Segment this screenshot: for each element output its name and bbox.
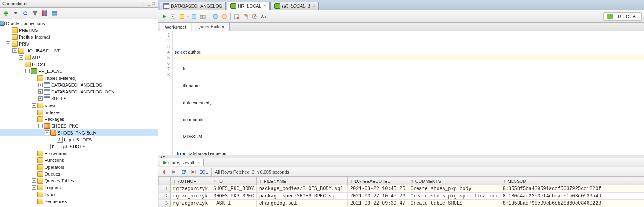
sort-icon[interactable]: ⇕ <box>503 180 506 184</box>
expander-icon[interactable]: + <box>6 28 10 32</box>
table-row[interactable]: 3rgrzegorczykTASK_1changelog.sql2021-03-… <box>159 200 644 207</box>
expander-icon[interactable]: − <box>12 48 17 53</box>
sort-icon[interactable]: ⇕ <box>213 180 217 184</box>
expander-icon[interactable]: − <box>38 124 43 128</box>
col-id[interactable]: ⇕ID <box>211 177 257 185</box>
tree-category-operators[interactable]: +Operators <box>0 164 158 170</box>
tree-category-indexes[interactable]: +Indexes <box>0 109 158 116</box>
cell-author[interactable]: rgrzegorczyk <box>171 185 211 193</box>
tree-folder-pretius-internal[interactable]: +Pretius_internal <box>0 33 158 40</box>
tree-category-queues[interactable]: +Queues <box>0 170 158 177</box>
tree-function[interactable]: f_get_SHOES <box>0 136 158 143</box>
cell-filename[interactable]: package_bodies/SHOES_BODY.sql <box>256 185 347 193</box>
panel-controls[interactable]: × _ □ <box>143 2 155 6</box>
sql-link[interactable]: SQL <box>199 170 208 174</box>
expander-icon[interactable]: − <box>45 130 49 135</box>
col-rownum[interactable] <box>159 177 171 185</box>
sort-icon[interactable]: ⇕ <box>411 180 414 184</box>
dropdown-icon[interactable] <box>12 10 19 17</box>
expander-icon[interactable]: + <box>32 151 36 155</box>
expander-icon[interactable]: + <box>32 172 36 176</box>
tab-databasechangelog[interactable]: DATABASECHANGELOG <box>160 2 226 10</box>
tab-worksheet[interactable]: Worksheet <box>160 23 191 31</box>
connections-tree[interactable]: Oracle Connections +PRETIUS +Pretius_int… <box>0 19 158 207</box>
tree-category-procedures[interactable]: +Procedures <box>0 150 158 157</box>
expander-icon[interactable]: + <box>32 165 36 169</box>
autotrace-icon[interactable] <box>190 13 198 20</box>
tree-category-packages[interactable]: −Packages <box>0 116 158 122</box>
col-filename[interactable]: ⇕FILENAME <box>256 177 347 185</box>
tree-category-functions[interactable]: Functions <box>0 157 158 164</box>
expander-icon[interactable]: + <box>38 89 43 94</box>
cell-id[interactable]: SHOES_PKG_SPEC <box>211 193 257 200</box>
close-icon[interactable]: × <box>197 160 200 165</box>
tree-connection-hr-local[interactable]: −HR_LOCAL <box>0 68 158 75</box>
rollback-icon[interactable] <box>221 13 228 20</box>
commit-icon[interactable] <box>199 13 206 20</box>
clear-icon[interactable] <box>242 13 249 20</box>
cell-comments[interactable]: Create table SHOES <box>408 200 500 207</box>
tree-folder-pretius[interactable]: +PRETIUS <box>0 27 158 33</box>
tab-hr-local[interactable]: HR_LOCAL× <box>227 2 270 10</box>
cell-author[interactable]: rgrzegorczyk <box>171 193 211 200</box>
filter-icon[interactable] <box>31 10 39 17</box>
explain-plan-icon[interactable] <box>178 13 186 20</box>
print-icon[interactable] <box>170 168 178 176</box>
expander-icon[interactable]: + <box>6 35 10 39</box>
tree-folder-priv[interactable]: −PRIV <box>0 40 158 47</box>
sort-icon[interactable]: ⇕ <box>259 180 262 184</box>
tree-folder-local[interactable]: −LOCAL <box>0 61 158 68</box>
cell-date[interactable]: 2021-03-22 10:45:26 <box>347 193 408 200</box>
cell-comments[interactable]: Create shoes_pkg specification <box>408 193 500 200</box>
case-icon[interactable]: Aa <box>260 13 267 20</box>
cell-filename[interactable]: changelog.sql <box>256 200 347 207</box>
code-area[interactable]: select author, id, filename, dateexecute… <box>173 31 644 155</box>
cell-md5[interactable]: 8:1d53bad798c09cb6bb28d60c08460228 <box>500 200 644 207</box>
expand-icon[interactable] <box>51 10 58 17</box>
tree-table[interactable]: +SHOES <box>0 95 158 102</box>
expander-icon[interactable]: − <box>32 76 36 80</box>
tree-package-body[interactable]: −SHOES_PKG Body <box>0 129 158 136</box>
cell-filename[interactable]: package_spec/SHOES_SPEC.sql <box>256 193 347 200</box>
tree-package[interactable]: −SHOES_PKG <box>0 122 158 129</box>
expander-icon[interactable]: + <box>32 199 36 203</box>
col-author[interactable]: ⇕AUTHOR <box>171 177 211 185</box>
unshared-worksheet-icon[interactable] <box>233 13 240 20</box>
tree-category-tables[interactable]: −Tables (Filtered) <box>0 75 158 81</box>
tree-category-queues-tables[interactable]: +Queues Tables <box>0 177 158 184</box>
close-icon[interactable]: × <box>313 4 315 8</box>
sql-tuning-icon[interactable] <box>251 13 258 20</box>
expander-icon[interactable]: + <box>32 103 36 108</box>
expander-icon[interactable]: + <box>32 178 36 183</box>
sort-icon[interactable]: ⇕ <box>173 180 176 184</box>
sort-icon[interactable]: ⇕ <box>350 180 353 184</box>
tree-root[interactable]: Oracle Connections <box>0 20 158 27</box>
run-script-icon[interactable] <box>169 13 177 20</box>
tab-query-builder[interactable]: Query Builder <box>192 23 229 31</box>
expander-icon[interactable]: + <box>19 55 23 60</box>
col-md5sum[interactable]: ⇕MD5SUM <box>500 177 644 185</box>
expander-icon[interactable]: − <box>25 69 30 73</box>
expander-icon[interactable]: + <box>32 110 36 114</box>
expander-icon[interactable]: + <box>38 83 43 87</box>
expander-icon[interactable]: + <box>32 185 36 190</box>
col-dateexecuted[interactable]: ⇕DATEEXECUTED <box>347 177 408 185</box>
cell-md5[interactable]: 8:3558f5ba439591accf6037925cc1220f <box>500 185 644 193</box>
connection-selector[interactable]: HR_LOCAL <box>603 12 642 21</box>
cell-comments[interactable]: Create shoes_pkg body <box>408 185 500 193</box>
tree-folder-liquibase[interactable]: −LIQUIBASE_LIVE <box>0 47 158 54</box>
delete-icon[interactable] <box>190 168 197 176</box>
cell-id[interactable]: SHOES_PKG_BODY <box>211 185 257 193</box>
results-grid[interactable]: ⇕AUTHOR ⇕ID ⇕FILENAME ⇕DATEEXECUTED ⇕COM… <box>158 177 644 207</box>
pin-icon[interactable] <box>161 168 168 176</box>
tree-folder-atp[interactable]: +ATP <box>0 54 158 61</box>
tree-category-views[interactable]: +Views <box>0 102 158 109</box>
refresh-icon[interactable] <box>180 168 187 176</box>
expander-icon[interactable]: − <box>6 41 10 46</box>
tab-query-result[interactable]: ▶Query Result× <box>160 159 204 166</box>
expander-icon[interactable]: − <box>32 117 36 121</box>
tree-table[interactable]: +DATABASECHANGELOGLOCK <box>0 88 158 95</box>
sql-editor[interactable]: 12345678 select author, id, filename, da… <box>158 31 644 155</box>
expander-icon[interactable]: + <box>38 96 43 101</box>
refresh-connections-icon[interactable] <box>22 10 29 17</box>
